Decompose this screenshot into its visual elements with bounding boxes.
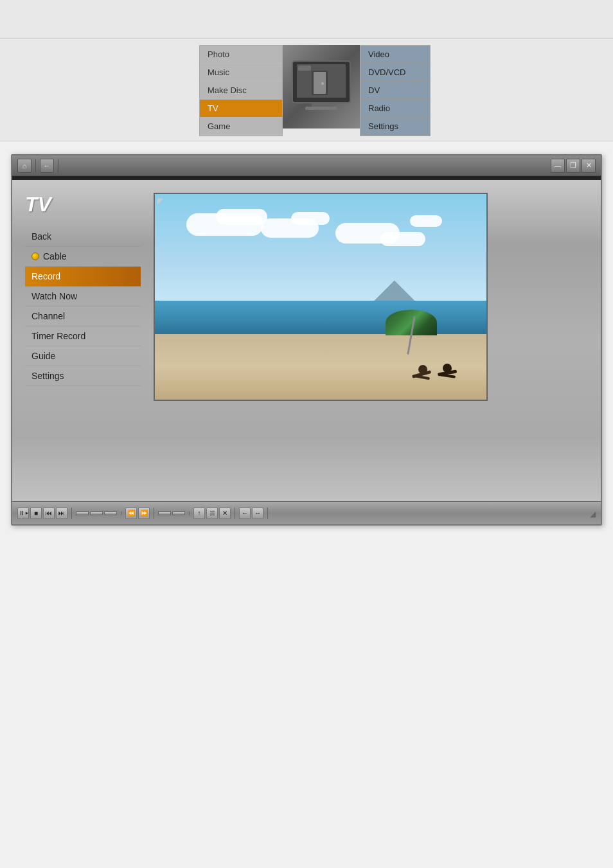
- menu-item-video[interactable]: Video: [360, 46, 430, 64]
- video-container: ◤: [154, 193, 488, 401]
- svg-rect-3: [305, 107, 337, 110]
- play-pause-button[interactable]: ⏸▶: [17, 508, 29, 519]
- tv-title: TV: [25, 193, 141, 217]
- menu-item-radio[interactable]: Radio: [360, 100, 430, 118]
- ffwd-button[interactable]: ⏩: [138, 508, 150, 519]
- menu-item-makedisc[interactable]: Make Disc: [200, 82, 282, 100]
- beach-chairs: [409, 360, 460, 389]
- menu-left-panel: Photo Music Make Disc TV Game: [199, 45, 283, 136]
- playback-group: ⏸▶ ■ ⏮ ⏭: [17, 508, 72, 519]
- window-resize-handle[interactable]: ◢: [590, 508, 596, 518]
- progress-seg-5: [172, 511, 185, 515]
- sidebar-item-settings[interactable]: Settings: [25, 366, 141, 386]
- sidebar-item-watchnow[interactable]: Watch Now: [25, 287, 141, 306]
- rewind-button[interactable]: ⏪: [125, 508, 137, 519]
- skip-group: ⏪ ⏩: [125, 508, 154, 519]
- close-button[interactable]: ✕: [582, 159, 596, 173]
- home-button[interactable]: ⌂: [17, 159, 31, 173]
- menu-item-tv[interactable]: TV: [200, 100, 282, 118]
- title-bar-controls-right: — ❐ ✕: [551, 159, 596, 173]
- nav-group: ← ↔: [239, 508, 268, 519]
- svg-point-13: [443, 364, 452, 373]
- menu-item-music[interactable]: Music: [200, 64, 282, 82]
- menu-item-game[interactable]: Game: [200, 118, 282, 136]
- sidebar-item-guide[interactable]: Guide: [25, 346, 141, 366]
- video-image: [155, 194, 486, 400]
- sidebar-item-back[interactable]: Back: [25, 227, 141, 247]
- top-section: Photo Music Make Disc TV Game: [0, 0, 613, 141]
- extra-group: ↑ ☰ ✕: [193, 508, 235, 519]
- progress-seg-4: [158, 511, 171, 515]
- sidebar-item-record[interactable]: Record: [25, 267, 141, 287]
- svg-rect-2: [312, 103, 331, 107]
- menu-popup: Photo Music Make Disc TV Game: [199, 45, 431, 136]
- sidebar-item-cable[interactable]: Cable: [25, 247, 141, 267]
- title-bar-separator-1: [35, 159, 36, 172]
- progress-group-2: [158, 511, 190, 515]
- eject-button[interactable]: ↑: [193, 508, 205, 519]
- minimize-button[interactable]: —: [551, 159, 565, 173]
- video-area: ◤: [154, 193, 588, 488]
- stop-button[interactable]: ■: [30, 508, 42, 519]
- title-bar-controls-left: ⌂ ←: [17, 159, 60, 173]
- next-button[interactable]: ⏭: [56, 508, 67, 519]
- menu-tv-preview: [283, 45, 360, 128]
- title-bar-separator-2: [58, 159, 58, 172]
- sidebar: TV Back Cable Record Watch Now Channel T…: [25, 193, 141, 488]
- menu-item-dv[interactable]: DV: [360, 82, 430, 100]
- svg-point-7: [321, 82, 324, 85]
- sidebar-item-timerrecord[interactable]: Timer Record: [25, 326, 141, 346]
- nav-back-button[interactable]: ←: [239, 508, 251, 519]
- progress-seg-2: [90, 511, 103, 515]
- sidebar-item-channel[interactable]: Channel: [25, 306, 141, 326]
- beach-umbrella: [386, 310, 437, 355]
- menu-item-dvd[interactable]: DVD/VCD: [360, 64, 430, 82]
- beach-clouds: [172, 204, 470, 297]
- progress-seg-1: [76, 511, 89, 515]
- menu-right-panel: Video DVD/VCD DV Radio Settings: [360, 45, 431, 136]
- svg-rect-6: [314, 72, 326, 94]
- svg-rect-4: [298, 66, 311, 71]
- restore-button[interactable]: ❐: [566, 159, 580, 173]
- svg-point-10: [418, 365, 427, 374]
- divider-line: [0, 39, 613, 39]
- cable-label: Cable: [43, 251, 67, 261]
- prev-button[interactable]: ⏮: [43, 508, 55, 519]
- back-button[interactable]: ←: [40, 159, 54, 173]
- mark-button[interactable]: ✕: [219, 508, 231, 519]
- nav-expand-button[interactable]: ↔: [252, 508, 263, 519]
- progress-seg-3: [104, 511, 117, 515]
- video-resize-handle[interactable]: ◤: [157, 197, 168, 207]
- main-window: ⌂ ← — ❐ ✕ TV Back Cable Record Watch Now…: [11, 154, 602, 526]
- transport-bar: ⏸▶ ■ ⏮ ⏭ ⏪ ⏩ ↑ ☰ ✕ ← ↔: [12, 501, 601, 524]
- title-bar: ⌂ ← — ❐ ✕: [12, 155, 601, 176]
- progress-group-1: [76, 511, 121, 515]
- menu-item-photo[interactable]: Photo: [200, 46, 282, 64]
- content-area: TV Back Cable Record Watch Now Channel T…: [12, 180, 601, 501]
- menu-item-settings-top[interactable]: Settings: [360, 118, 430, 136]
- list-button[interactable]: ☰: [206, 508, 218, 519]
- cable-indicator-dot: [31, 252, 39, 260]
